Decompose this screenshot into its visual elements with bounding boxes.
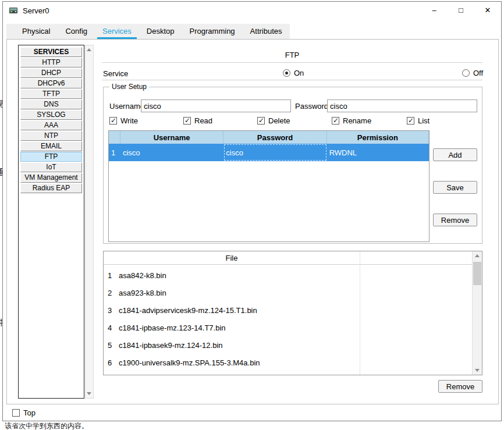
sidebar-item-radius-eap[interactable]: Radius EAP: [20, 183, 82, 193]
checkbox-unchecked-icon[interactable]: [12, 409, 20, 417]
tab-config[interactable]: Config: [58, 24, 95, 39]
scrollbar-thumb[interactable]: [473, 262, 481, 285]
checkbox-checked-icon[interactable]: [183, 117, 191, 125]
checkbox-checked-icon[interactable]: [332, 117, 339, 125]
radio-on-label: On: [294, 69, 304, 77]
username-column-header[interactable]: Username: [120, 131, 223, 144]
permission-column-header[interactable]: Permission: [327, 131, 429, 144]
add-button[interactable]: Add: [433, 148, 477, 161]
file-name[interactable]: asa842-k8.bin: [116, 271, 166, 280]
background-text: 该省次中学到东西的内容。: [5, 421, 88, 430]
sidebar-header: SERVICES: [20, 47, 82, 57]
service-label: Service: [103, 69, 128, 78]
checkbox-checked-icon[interactable]: [407, 117, 414, 125]
file-name[interactable]: asa923-k8.bin: [116, 289, 166, 297]
sidebar-item-dhcp[interactable]: DHCP: [20, 68, 82, 78]
sidebar-scrollbar[interactable]: [85, 45, 94, 399]
sidebar-item-ftp[interactable]: FTP: [20, 152, 82, 162]
radio-off-icon[interactable]: [462, 69, 470, 77]
rename-checkbox[interactable]: Rename: [332, 116, 371, 125]
services-sidebar: SERVICES HTTP DHCP DHCPv6 TFTP DNS SYSLO…: [18, 45, 84, 399]
sidebar-item-tftp[interactable]: TFTP: [20, 89, 82, 99]
remove-file-button[interactable]: Remove: [438, 380, 482, 393]
sidebar-item-ntp[interactable]: NTP: [20, 131, 82, 141]
user-table-row[interactable]: 1 cisco cisco RWDNL: [109, 144, 429, 161]
minimize-button[interactable]: –: [421, 2, 448, 19]
service-off-radio[interactable]: Off: [462, 69, 483, 77]
sidebar-item-vm-management[interactable]: VM Management: [20, 173, 82, 183]
password-column-header[interactable]: Password: [223, 131, 326, 144]
password-label: Password: [295, 102, 328, 111]
sidebar-item-email[interactable]: EMAIL: [20, 141, 82, 151]
save-button[interactable]: Save: [433, 181, 477, 194]
username-label: Username: [109, 102, 144, 111]
file-row[interactable]: 4 c1841-ipbase-mz.123-14.T7.bin: [104, 319, 453, 336]
user-table-header: Username Password Permission: [109, 131, 429, 144]
top-checkbox[interactable]: Top: [12, 408, 36, 417]
user-table[interactable]: Username Password Permission 1 cisco cis…: [108, 130, 430, 242]
tab-physical[interactable]: Physical: [15, 24, 58, 39]
radio-on-icon[interactable]: [283, 69, 290, 77]
divider: [102, 62, 482, 63]
top-label: Top: [23, 408, 36, 417]
write-label: Write: [120, 116, 138, 125]
divider: [104, 264, 472, 265]
tab-bar: Physical Config Services Desktop Program…: [6, 24, 290, 39]
scroll-down-icon[interactable]: [87, 392, 91, 395]
sidebar-item-syslog[interactable]: SYSLOG: [20, 110, 82, 120]
scroll-up-icon[interactable]: [87, 48, 91, 51]
file-row[interactable]: 5 c1841-ipbasek9-mz.124-12.bin: [104, 336, 453, 354]
ftp-panel-title: FTP: [102, 51, 482, 59]
file-name[interactable]: c1900-universalk9-mz.SPA.155-3.M4a.bin: [116, 358, 260, 367]
file-name[interactable]: c1841-advipservicesk9-mz.124-15.T1.bin: [116, 306, 257, 315]
tab-services[interactable]: Services: [95, 24, 139, 39]
username-input[interactable]: [141, 99, 291, 112]
file-number: 5: [104, 341, 116, 350]
file-number: 4: [104, 324, 116, 332]
sidebar-item-http[interactable]: HTTP: [20, 58, 82, 67]
title-bar[interactable]: Server0 – □ ✕: [3, 2, 501, 19]
tab-desktop[interactable]: Desktop: [139, 24, 182, 39]
file-row[interactable]: 1 asa842-k8.bin: [104, 266, 453, 284]
radio-off-label: Off: [473, 69, 483, 77]
row-password[interactable]: cisco: [223, 144, 326, 161]
write-checkbox[interactable]: Write: [109, 116, 138, 125]
list-checkbox[interactable]: List: [407, 116, 430, 125]
user-setup-group: User Setup Username Password Write Read …: [103, 87, 482, 244]
file-row[interactable]: 3 c1841-advipservicesk9-mz.124-15.T1.bin: [104, 301, 453, 319]
row-username[interactable]: cisco: [120, 144, 223, 161]
divider: [102, 80, 482, 80]
packet-tracer-server-icon: [9, 6, 18, 15]
file-name[interactable]: c1841-ipbase-mz.123-14.T7.bin: [116, 324, 226, 332]
delete-checkbox[interactable]: Delete: [257, 116, 290, 125]
password-input[interactable]: [327, 99, 477, 112]
file-name[interactable]: c1841-ipbasek9-mz.124-12.bin: [116, 341, 223, 350]
file-row[interactable]: 6 c1900-universalk9-mz.SPA.155-3.M4a.bin: [104, 354, 453, 371]
sidebar-item-dhcpv6[interactable]: DHCPv6: [20, 79, 82, 88]
file-list-scrollbar[interactable]: [472, 251, 482, 375]
tab-programming[interactable]: Programming: [182, 24, 243, 39]
rename-label: Rename: [343, 116, 371, 125]
file-list[interactable]: File 1 asa842-k8.bin 2 asa923-k8.bin 3 c…: [103, 251, 482, 375]
sidebar-item-dns[interactable]: DNS: [20, 99, 82, 109]
file-number: 2: [104, 289, 116, 297]
close-button[interactable]: ✕: [474, 2, 501, 19]
sidebar-item-aaa[interactable]: AAA: [20, 120, 82, 130]
read-checkbox[interactable]: Read: [183, 116, 212, 125]
row-number: 1: [109, 144, 120, 161]
maximize-button[interactable]: □: [448, 2, 474, 19]
tab-attributes[interactable]: Attributes: [243, 24, 290, 39]
file-row[interactable]: 2 asa923-k8.bin: [104, 284, 453, 301]
scroll-down-icon[interactable]: [473, 365, 482, 375]
delete-label: Delete: [268, 116, 290, 125]
remove-user-button[interactable]: Remove: [433, 214, 477, 226]
checkbox-checked-icon[interactable]: [109, 117, 117, 125]
service-on-radio[interactable]: On: [283, 69, 304, 77]
file-column-header: File: [104, 251, 360, 264]
checkbox-checked-icon[interactable]: [257, 117, 265, 125]
scroll-up-icon[interactable]: [473, 251, 482, 261]
server0-window: Server0 – □ ✕ Physical Config Services D…: [2, 1, 502, 421]
row-permission[interactable]: RWDNL: [327, 144, 429, 161]
sidebar-item-iot[interactable]: IoT: [20, 162, 82, 172]
file-number: 3: [104, 306, 116, 315]
